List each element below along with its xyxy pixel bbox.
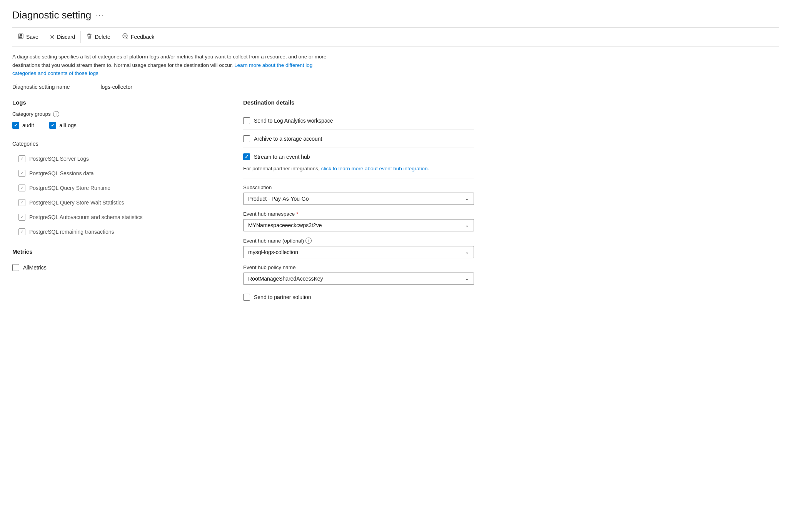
eventhub-policy-label: Event hub policy name bbox=[243, 264, 474, 270]
subscription-value: Product - Pay-As-You-Go bbox=[248, 196, 309, 202]
logs-section-title: Logs bbox=[12, 99, 228, 106]
audit-checkbox[interactable] bbox=[12, 122, 19, 129]
postgresql-server-logs-label: PostgreSQL Server Logs bbox=[29, 156, 89, 162]
postgresql-query-wait-checkbox[interactable] bbox=[18, 199, 25, 206]
postgresql-sessions-label: PostgreSQL Sessions data bbox=[29, 170, 94, 176]
allmetrics-label: AllMetrics bbox=[23, 264, 47, 271]
category-postgresql-query-runtime: PostgreSQL Query Store Runtime bbox=[12, 181, 228, 195]
audit-checkbox-item[interactable]: audit bbox=[12, 122, 34, 129]
eventhub-name-field: Event hub name (optional) i mysql-logs-c… bbox=[243, 238, 474, 258]
allmetrics-checkbox[interactable] bbox=[12, 264, 19, 271]
log-analytics-option: Send to Log Analytics workspace bbox=[243, 112, 474, 130]
setting-name-row: Diagnostic setting name logs-collector bbox=[12, 84, 779, 90]
category-postgresql-sessions: PostgreSQL Sessions data bbox=[12, 166, 228, 181]
categories-title: Categories bbox=[12, 141, 228, 147]
eventhub-name-label: Event hub name (optional) i bbox=[243, 238, 474, 244]
category-groups-info-icon[interactable]: i bbox=[53, 111, 59, 117]
eventhub-namespace-value: MYNamespaceeeckcwps3t2ve bbox=[248, 222, 322, 228]
categories-section: Categories PostgreSQL Server Logs Postgr… bbox=[12, 141, 228, 239]
stream-eventhub-label: Stream to an event hub bbox=[254, 154, 310, 160]
alllogs-checkbox-item[interactable]: allLogs bbox=[49, 122, 76, 129]
toolbar: Save ✕ Discard Delete Feedback bbox=[12, 27, 779, 47]
postgresql-remaining-label: PostgreSQL remaining transactions bbox=[29, 229, 114, 235]
audit-label: audit bbox=[22, 122, 34, 128]
category-groups-label: Category groups bbox=[12, 111, 51, 117]
required-star: * bbox=[296, 211, 298, 217]
divider-1 bbox=[12, 135, 228, 135]
eventhub-name-value: mysql-logs-collection bbox=[248, 249, 298, 255]
setting-name-value: logs-collector bbox=[100, 84, 132, 90]
category-postgresql-remaining: PostgreSQL remaining transactions bbox=[12, 224, 228, 239]
eventhub-name-info-icon[interactable]: i bbox=[305, 238, 312, 244]
feedback-label: Feedback bbox=[131, 34, 154, 40]
description-text: A diagnostic setting specifies a list of… bbox=[12, 53, 328, 78]
category-postgresql-query-wait: PostgreSQL Query Store Wait Statistics bbox=[12, 195, 228, 210]
postgresql-query-wait-label: PostgreSQL Query Store Wait Statistics bbox=[29, 200, 124, 206]
main-content: Logs Category groups i audit allLogs Cat… bbox=[12, 99, 779, 306]
metrics-section: Metrics AllMetrics bbox=[12, 248, 228, 275]
subscription-dropdown-arrow: ⌄ bbox=[465, 196, 469, 201]
allmetrics-item: AllMetrics bbox=[12, 260, 228, 275]
discard-icon: ✕ bbox=[50, 33, 55, 41]
eventhub-namespace-field: Event hub namespace * MYNamespaceeeckcwp… bbox=[243, 211, 474, 231]
postgresql-query-runtime-label: PostgreSQL Query Store Runtime bbox=[29, 185, 110, 191]
archive-storage-option: Archive to a storage account bbox=[243, 130, 474, 148]
page-title: Diagnostic setting bbox=[12, 9, 91, 21]
alllogs-label: allLogs bbox=[59, 122, 76, 128]
eventhub-namespace-dropdown[interactable]: MYNamespaceeeckcwps3t2ve ⌄ bbox=[243, 219, 474, 231]
log-analytics-label: Send to Log Analytics workspace bbox=[254, 118, 333, 124]
delete-button[interactable]: Delete bbox=[81, 31, 116, 43]
destination-title: Destination details bbox=[243, 99, 474, 106]
archive-storage-label: Archive to a storage account bbox=[254, 136, 322, 142]
subscription-field: Subscription Product - Pay-As-You-Go ⌄ bbox=[243, 185, 474, 205]
partner-link[interactable]: click to learn more about event hub inte… bbox=[321, 166, 429, 171]
eventhub-policy-arrow: ⌄ bbox=[465, 276, 469, 281]
eventhub-policy-dropdown[interactable]: RootManageSharedAccessKey ⌄ bbox=[243, 273, 474, 285]
postgresql-sessions-checkbox[interactable] bbox=[18, 170, 25, 177]
feedback-button[interactable]: Feedback bbox=[116, 31, 160, 43]
svg-point-5 bbox=[125, 35, 126, 36]
left-panel: Logs Category groups i audit allLogs Cat… bbox=[12, 99, 228, 306]
send-to-partner-label: Send to partner solution bbox=[254, 294, 311, 300]
category-groups-checkboxes: audit allLogs bbox=[12, 122, 228, 129]
eventhub-name-dropdown[interactable]: mysql-logs-collection ⌄ bbox=[243, 246, 474, 258]
setting-name-label: Diagnostic setting name bbox=[12, 84, 70, 90]
feedback-icon bbox=[122, 33, 128, 41]
send-to-partner-option: Send to partner solution bbox=[243, 288, 474, 306]
subscription-label: Subscription bbox=[243, 185, 474, 190]
save-icon bbox=[18, 33, 24, 41]
archive-storage-checkbox[interactable] bbox=[243, 135, 250, 142]
send-to-partner-checkbox[interactable] bbox=[243, 294, 250, 301]
postgresql-autovacuum-checkbox[interactable] bbox=[18, 214, 25, 221]
discard-label: Discard bbox=[57, 34, 75, 40]
subscription-dropdown[interactable]: Product - Pay-As-You-Go ⌄ bbox=[243, 193, 474, 205]
delete-icon bbox=[86, 33, 92, 41]
svg-point-3 bbox=[123, 33, 127, 38]
svg-point-4 bbox=[123, 35, 124, 36]
eventhub-policy-field: Event hub policy name RootManageSharedAc… bbox=[243, 264, 474, 285]
postgresql-server-logs-checkbox[interactable] bbox=[18, 155, 25, 162]
ellipsis-menu[interactable]: ··· bbox=[96, 11, 104, 19]
stream-eventhub-checkbox[interactable] bbox=[243, 153, 250, 160]
svg-rect-2 bbox=[19, 37, 22, 38]
stream-eventhub-section: Stream to an event hub For potential par… bbox=[243, 148, 474, 178]
postgresql-autovacuum-label: PostgreSQL Autovacuum and schema statist… bbox=[29, 214, 142, 220]
postgresql-query-runtime-checkbox[interactable] bbox=[18, 185, 25, 191]
category-groups-header: Category groups i bbox=[12, 111, 228, 117]
partner-text: For potential partner integrations, clic… bbox=[243, 165, 474, 173]
save-label: Save bbox=[26, 34, 38, 40]
category-postgresql-server-logs: PostgreSQL Server Logs bbox=[12, 151, 228, 166]
save-button[interactable]: Save bbox=[12, 31, 44, 43]
discard-button[interactable]: ✕ Discard bbox=[44, 31, 81, 43]
right-panel: Destination details Send to Log Analytic… bbox=[243, 99, 474, 306]
eventhub-name-arrow: ⌄ bbox=[465, 249, 469, 255]
metrics-title: Metrics bbox=[12, 248, 228, 255]
eventhub-namespace-arrow: ⌄ bbox=[465, 223, 469, 228]
stream-eventhub-option: Stream to an event hub bbox=[243, 153, 474, 160]
postgresql-remaining-checkbox[interactable] bbox=[18, 228, 25, 235]
svg-rect-1 bbox=[20, 34, 22, 36]
log-analytics-checkbox[interactable] bbox=[243, 117, 250, 124]
delete-label: Delete bbox=[95, 34, 110, 40]
alllogs-checkbox[interactable] bbox=[49, 122, 56, 129]
eventhub-policy-value: RootManageSharedAccessKey bbox=[248, 276, 323, 282]
